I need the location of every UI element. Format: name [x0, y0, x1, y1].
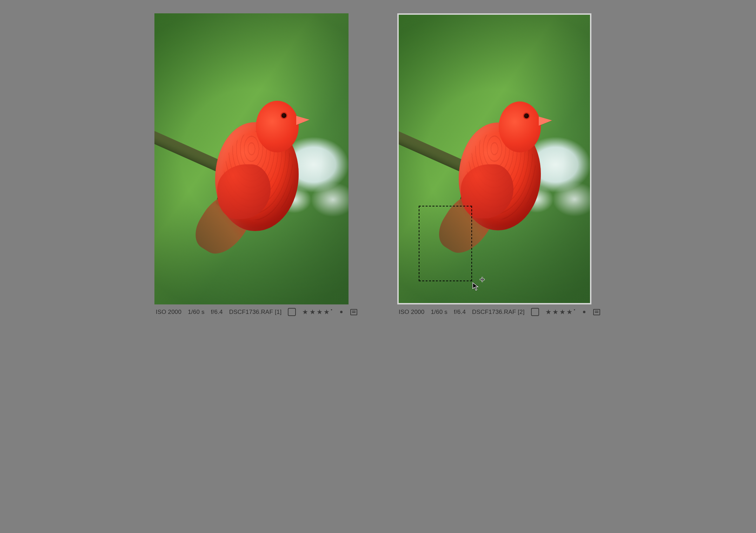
- star-2[interactable]: ★: [552, 309, 558, 315]
- flag-toggle[interactable]: [531, 308, 539, 316]
- photo-preview[interactable]: [154, 13, 349, 304]
- shutter-readout: 1/60 s: [431, 309, 447, 316]
- aperture-readout: f/6.4: [211, 309, 223, 316]
- image-frame[interactable]: [154, 13, 349, 304]
- rating-stars[interactable]: ★★★★•: [302, 309, 332, 315]
- filename-readout: DSCF1736.RAF [1]: [229, 309, 282, 316]
- metadata-popover-icon[interactable]: [350, 309, 357, 315]
- photo-preview[interactable]: [399, 15, 590, 303]
- star-3[interactable]: ★: [317, 309, 323, 315]
- aperture-readout: f/6.4: [454, 309, 466, 316]
- metadata-bar: ISO 2000 1/60 s f/6.4 DSCF1736.RAF [2] ★…: [397, 304, 602, 316]
- star-4[interactable]: ★: [566, 309, 572, 315]
- flag-toggle[interactable]: [288, 308, 296, 316]
- metadata-bar: ISO 2000 1/60 s f/6.4 DSCF1736.RAF [1] ★…: [154, 304, 359, 316]
- iso-readout: ISO 2000: [156, 309, 181, 316]
- color-label-dot[interactable]: [583, 311, 585, 313]
- star-2[interactable]: ★: [310, 309, 316, 315]
- star-5[interactable]: •: [574, 308, 576, 314]
- color-label-dot[interactable]: [340, 311, 343, 313]
- compare-pane-1: ISO 2000 1/60 s f/6.4 DSCF1736.RAF [1] ★…: [154, 13, 359, 316]
- cursor-pointer-add: [472, 282, 479, 291]
- plus-icon: [480, 277, 484, 282]
- image-frame-active[interactable]: [397, 13, 591, 304]
- iso-readout: ISO 2000: [399, 309, 424, 316]
- star-1[interactable]: ★: [545, 309, 551, 315]
- rating-stars[interactable]: ★★★★•: [545, 309, 576, 315]
- shutter-readout: 1/60 s: [188, 309, 205, 316]
- star-1[interactable]: ★: [302, 309, 308, 315]
- compare-pane-2: ISO 2000 1/60 s f/6.4 DSCF1736.RAF [2] ★…: [397, 13, 602, 316]
- filename-readout: DSCF1736.RAF [2]: [472, 309, 525, 316]
- metadata-popover-icon[interactable]: [593, 309, 600, 315]
- star-5[interactable]: •: [331, 308, 332, 314]
- star-4[interactable]: ★: [324, 309, 330, 315]
- star-3[interactable]: ★: [559, 309, 565, 315]
